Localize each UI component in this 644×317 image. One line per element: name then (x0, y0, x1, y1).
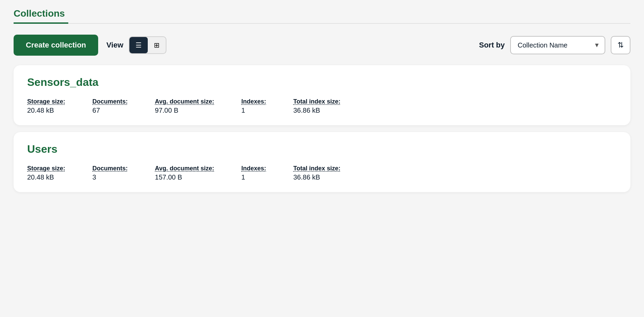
total-index-size-label: Total index size: (293, 165, 340, 172)
avg-doc-size-value: 157.00 B (155, 173, 214, 181)
sort-label: Sort by (479, 41, 505, 50)
total-index-size-label: Total index size: (293, 98, 340, 105)
indexes-value: 1 (241, 173, 266, 181)
collections-tab[interactable]: Collections (14, 8, 68, 24)
view-label: View (106, 41, 123, 50)
total-index-size-value: 36.86 kB (293, 173, 340, 181)
documents-label: Documents: (92, 98, 128, 105)
documents-value: 3 (92, 173, 128, 181)
stat-indexes: Indexes: 1 (241, 98, 266, 114)
stat-avg-doc-size: Avg. document size: 157.00 B (155, 165, 214, 181)
indexes-label: Indexes: (241, 98, 266, 105)
sort-order-button[interactable]: ⇅ (611, 36, 630, 54)
indexes-value: 1 (241, 107, 266, 114)
list-icon: ☰ (136, 41, 142, 49)
view-toggle: ☰ ⊞ (129, 36, 166, 54)
storage-size-value: 20.48 kB (27, 173, 65, 181)
sort-order-icon: ⇅ (618, 41, 624, 50)
grid-view-button[interactable]: ⊞ (148, 37, 166, 53)
collection-name: Sensors_data (27, 76, 617, 89)
collection-card[interactable]: Users Storage size: 20.48 kB Documents: … (14, 132, 630, 192)
collection-stats: Storage size: 20.48 kB Documents: 67 Avg… (27, 98, 617, 114)
collection-name: Users (27, 143, 617, 155)
stat-total-index-size: Total index size: 36.86 kB (293, 165, 340, 181)
collection-card[interactable]: Sensors_data Storage size: 20.48 kB Docu… (14, 65, 630, 125)
collections-list: Sensors_data Storage size: 20.48 kB Docu… (14, 65, 630, 192)
storage-size-value: 20.48 kB (27, 107, 65, 114)
stat-storage-size: Storage size: 20.48 kB (27, 165, 65, 181)
create-collection-button[interactable]: Create collection (14, 35, 98, 56)
documents-label: Documents: (92, 165, 128, 172)
stat-avg-doc-size: Avg. document size: 97.00 B (155, 98, 214, 114)
stat-indexes: Indexes: 1 (241, 165, 266, 181)
avg-doc-size-label: Avg. document size: (155, 165, 214, 172)
total-index-size-value: 36.86 kB (293, 107, 340, 114)
indexes-label: Indexes: (241, 165, 266, 172)
list-view-button[interactable]: ☰ (129, 37, 148, 53)
stat-documents: Documents: 3 (92, 165, 128, 181)
toolbar: Create collection View ☰ ⊞ Sort by Colle… (14, 35, 630, 56)
sort-select[interactable]: Collection Name Storage size Documents C… (510, 36, 605, 54)
avg-doc-size-value: 97.00 B (155, 107, 214, 114)
sort-select-wrapper: Collection Name Storage size Documents C… (510, 36, 605, 54)
sort-section: Sort by Collection Name Storage size Doc… (479, 36, 630, 54)
stat-total-index-size: Total index size: 36.86 kB (293, 98, 340, 114)
storage-size-label: Storage size: (27, 165, 65, 172)
page-header: Collections (14, 0, 630, 24)
avg-doc-size-label: Avg. document size: (155, 98, 214, 105)
storage-size-label: Storage size: (27, 98, 65, 105)
collection-stats: Storage size: 20.48 kB Documents: 3 Avg.… (27, 165, 617, 181)
documents-value: 67 (92, 107, 128, 114)
stat-storage-size: Storage size: 20.48 kB (27, 98, 65, 114)
grid-icon: ⊞ (154, 41, 160, 49)
stat-documents: Documents: 67 (92, 98, 128, 114)
